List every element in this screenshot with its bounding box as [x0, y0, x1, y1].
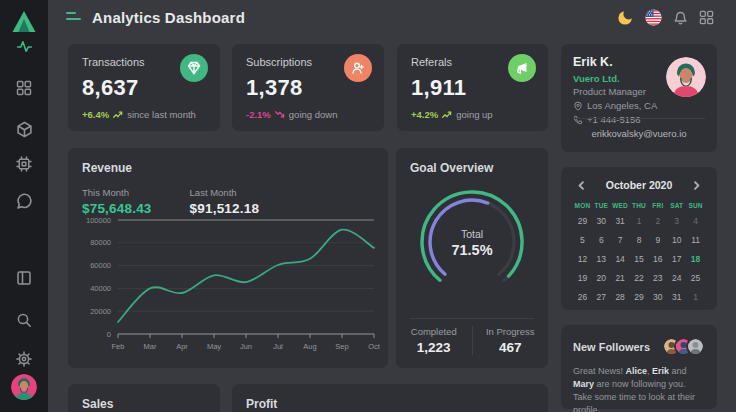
- calendar-weekday: FRI: [648, 202, 667, 209]
- calendar-month: October 2020: [606, 179, 673, 191]
- calendar-day[interactable]: 18: [686, 252, 705, 266]
- bell-icon[interactable]: [671, 8, 689, 26]
- goal-gauge-chart: Total 71.5%: [402, 176, 542, 308]
- profit-title: Profit: [246, 397, 534, 411]
- calendar-day[interactable]: 11: [686, 233, 705, 247]
- profile-avatar[interactable]: [666, 57, 706, 97]
- calendar-day[interactable]: 25: [686, 271, 705, 285]
- calendar-day[interactable]: 22: [630, 271, 649, 285]
- follower-avatar[interactable]: [686, 337, 705, 356]
- calendar-day[interactable]: 12: [573, 252, 592, 266]
- page-title: Analytics Dashboard: [92, 9, 245, 26]
- calendar-day[interactable]: 31: [667, 290, 686, 304]
- calendar-day[interactable]: 9: [648, 233, 667, 247]
- calendar-day[interactable]: 7: [611, 233, 630, 247]
- last-month-label: Last Month: [190, 187, 260, 198]
- calendar-weekday: THU: [630, 202, 649, 209]
- calendar-day[interactable]: 31: [611, 214, 630, 228]
- calendar-weekday: SAT: [667, 202, 686, 209]
- profit-card: Profit: [232, 384, 548, 412]
- in-progress-label: In Progress: [473, 326, 549, 337]
- calendar-day[interactable]: 27: [592, 290, 611, 304]
- calendar-day[interactable]: 16: [648, 252, 667, 266]
- chat-icon[interactable]: [0, 191, 48, 211]
- activity-icon[interactable]: [0, 36, 48, 56]
- profile-email: erikkovalsky@vuero.io: [561, 128, 717, 139]
- revenue-line-chart: 020000400006000080000100000FebMarAprMayJ…: [72, 210, 384, 362]
- calendar-day[interactable]: 1: [686, 290, 705, 304]
- megaphone-icon: [508, 54, 536, 82]
- calendar-prev-icon[interactable]: [573, 177, 589, 193]
- svg-text:Sep: Sep: [335, 342, 348, 351]
- calendar-day[interactable]: 8: [630, 233, 649, 247]
- calendar-day[interactable]: 10: [667, 233, 686, 247]
- trend-up-icon: [442, 110, 452, 119]
- stat-trend: +4.2% going up: [411, 109, 534, 120]
- sales-card: Sales: [68, 384, 220, 412]
- svg-text:60000: 60000: [90, 261, 111, 270]
- gear-icon[interactable]: [0, 349, 48, 369]
- calendar-day[interactable]: 19: [573, 271, 592, 285]
- calendar-day[interactable]: 29: [573, 214, 592, 228]
- analytics-dashboard-app: Analytics Dashboard Transactions: [0, 0, 736, 412]
- dashboard-grid-icon[interactable]: [0, 78, 48, 98]
- box-icon[interactable]: [0, 119, 48, 139]
- completed-value: 1,223: [396, 340, 472, 355]
- calendar-weekday: WED: [611, 202, 630, 209]
- gauge-center-value: 71.5%: [451, 242, 492, 258]
- followers-title: New Followers: [573, 341, 650, 353]
- calendar-next-icon[interactable]: [689, 177, 705, 193]
- calendar-day[interactable]: 5: [573, 233, 592, 247]
- gem-icon: [180, 54, 208, 82]
- calendar-day[interactable]: 24: [667, 271, 686, 285]
- subscriptions-card: Subscriptions 1,378 -2.1% going down: [232, 44, 384, 131]
- calendar-day[interactable]: 6: [592, 233, 611, 247]
- stat-trend: +6.4% since last month: [82, 109, 206, 120]
- calendar-day[interactable]: 28: [611, 290, 630, 304]
- apps-grid-icon[interactable]: [697, 8, 715, 26]
- us-flag-icon[interactable]: [644, 8, 662, 26]
- trend-up-icon: [113, 110, 123, 119]
- calendar-day[interactable]: 29: [630, 290, 649, 304]
- goal-title: Goal Overview: [410, 161, 534, 175]
- calendar-day[interactable]: 14: [611, 252, 630, 266]
- moon-icon[interactable]: [616, 8, 634, 26]
- calendar-day[interactable]: 13: [592, 252, 611, 266]
- svg-text:Feb: Feb: [112, 342, 125, 351]
- profile-location: Los Angeles, CA: [573, 100, 705, 111]
- svg-text:Jul: Jul: [273, 342, 283, 351]
- cpu-icon[interactable]: [0, 154, 48, 174]
- svg-text:Apr: Apr: [176, 342, 188, 351]
- calendar-day[interactable]: 30: [648, 290, 667, 304]
- calendar-day[interactable]: 15: [630, 252, 649, 266]
- calendar-day[interactable]: 17: [667, 252, 686, 266]
- follower-avatars: [662, 337, 705, 356]
- calendar-day[interactable]: 20: [592, 271, 611, 285]
- calendar-day[interactable]: 2: [648, 214, 667, 228]
- svg-text:Oct: Oct: [368, 342, 381, 351]
- calendar-grid: MONTUEWEDTHUFRISATSUN2930311234567891011…: [573, 202, 705, 304]
- new-followers-card: New Followers Great News! Alice, Erik an…: [561, 325, 717, 409]
- calendar-day[interactable]: 21: [611, 271, 630, 285]
- calendar-day[interactable]: 4: [686, 214, 705, 228]
- phone-icon: [573, 115, 583, 125]
- layout-icon[interactable]: [0, 268, 48, 288]
- completed-label: Completed: [396, 326, 472, 337]
- map-pin-icon: [573, 101, 583, 111]
- trend-down-icon: [275, 110, 285, 119]
- calendar-day[interactable]: 3: [667, 214, 686, 228]
- user-plus-icon: [344, 54, 372, 82]
- in-progress-value: 467: [473, 340, 549, 355]
- svg-text:Mar: Mar: [144, 342, 157, 351]
- calendar-day[interactable]: 26: [573, 290, 592, 304]
- menu-icon[interactable]: [66, 11, 82, 23]
- calendar-day[interactable]: 23: [648, 271, 667, 285]
- calendar-day[interactable]: 1: [630, 214, 649, 228]
- search-icon[interactable]: [0, 310, 48, 330]
- svg-text:0: 0: [107, 330, 111, 339]
- sidebar-user-avatar[interactable]: [11, 374, 37, 400]
- vuero-logo-icon[interactable]: [11, 9, 37, 39]
- calendar-day[interactable]: 30: [592, 214, 611, 228]
- svg-text:80000: 80000: [90, 238, 111, 247]
- svg-text:Aug: Aug: [303, 342, 316, 351]
